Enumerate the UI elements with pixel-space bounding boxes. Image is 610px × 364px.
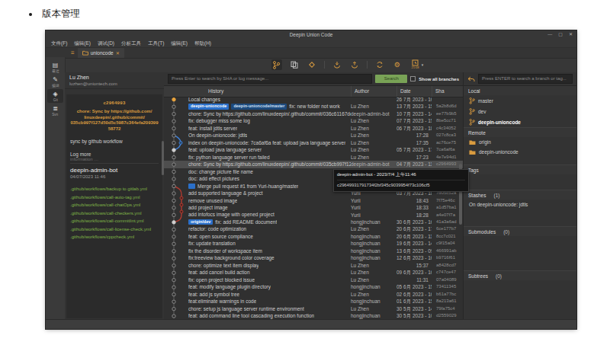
history-row[interactable]: Local changes 26 7月 2023 - 16:16 (164, 96, 463, 103)
changed-file[interactable]: .github/workflows/call-license-check.yml (70, 225, 159, 234)
pull-icon[interactable] (332, 59, 342, 70)
history-row[interactable]: fix the disorder of workspace item hongj… (164, 247, 463, 254)
section-local[interactable]: Local (464, 86, 576, 95)
history-row[interactable]: feat: add cancel build action Lu Zhen 09… (164, 269, 463, 276)
history-row[interactable]: chore: optimize text item display Lu Zhe… (164, 262, 463, 269)
close-icon[interactable]: ✕ (569, 30, 573, 39)
menu-item[interactable]: 工具(T) (148, 39, 164, 47)
search-button[interactable]: Search (375, 75, 407, 83)
commit-message: fix: open project blocked issue (188, 276, 255, 283)
history-row[interactable]: feat:eliminate warnings in code hongjinc… (164, 298, 463, 305)
tab-close-icon[interactable]: ✕ (116, 50, 120, 56)
history-row[interactable]: add intofocs image with opened project Y… (164, 212, 463, 219)
commit-message: Local changes (188, 96, 220, 103)
local-branch-master[interactable]: master (464, 95, 576, 106)
menu-item[interactable]: 编辑(E) (74, 39, 91, 47)
menu-item[interactable]: 调试(D) (98, 39, 114, 47)
changed-file[interactable]: .github/workflows/call-commitlint.yml (70, 217, 159, 225)
commit-date-cell: 18:43 (396, 197, 432, 204)
maximize-icon[interactable]: ▢ (558, 30, 563, 39)
history-row[interactable]: feat: add js symbol tree Lu Zhen 02 6月 2… (164, 291, 463, 298)
menu-item[interactable]: 文件(F) (51, 39, 67, 47)
stash-item[interactable]: On deepin-unioncode: jdtls (464, 200, 576, 209)
commit-sha-cell: 73411345 (432, 283, 463, 290)
minimize-icon[interactable]: — (547, 30, 552, 39)
menu-item[interactable]: 分析工具 (121, 39, 141, 47)
history-row[interactable]: feat: modify language plugin directory h… (164, 283, 463, 290)
history-row[interactable]: deepin-unioncodedeepin-unioncode/masterf… (164, 103, 463, 110)
history-row[interactable]: index on deepin-unioncode: 7ca6af6a feat… (164, 139, 463, 146)
history-row[interactable]: feat: open source compliance hongjinchua… (164, 233, 463, 240)
sidebar-item-编辑[interactable]: ✎ 编辑 (47, 75, 63, 88)
history-row[interactable]: fix: update translation hongjinchuan 19 … (164, 240, 463, 247)
remote-origin[interactable]: origin (464, 137, 576, 147)
branch-label: dev (478, 109, 486, 114)
changed-file[interactable]: .github/workflows/cppcheck.yml (70, 233, 159, 241)
history-row[interactable]: add project image Yurii 18:33 a1d57ba1 (164, 204, 463, 211)
sidebar-item-git[interactable]: ◈ Git (47, 89, 63, 103)
commit-sha-cell: 4e7e94d1 (432, 154, 463, 161)
history-row[interactable]: feat: upload java language server Lu Zhe… (164, 146, 463, 153)
changed-file[interactable]: .github/workflows/call-auto-tag.yml (70, 193, 159, 202)
column-date[interactable]: Date (396, 86, 432, 97)
history-row[interactable]: feat: install jdtls server Lu Zhen 06 7月… (164, 125, 463, 132)
show-all-branches-checkbox[interactable] (410, 76, 416, 81)
sidebar-item-svn[interactable]: ≣ Svn (47, 104, 63, 117)
log-more-sub: information … (70, 157, 159, 164)
copy-icon[interactable] (289, 59, 300, 70)
refresh-icon[interactable] (374, 59, 385, 70)
diamond-icon[interactable] (307, 59, 317, 70)
history-row[interactable]: fix: debugger miss some log Lu Zhen 07 7… (164, 117, 463, 124)
history-row[interactable]: remove unused image Yurii 18:43 7f75e46c (164, 197, 463, 204)
sha-search-input[interactable]: Press Enter to search by SHA or log mess… (168, 74, 372, 84)
title-bar[interactable]: Deepin Union Code — ▢ ✕ (46, 30, 576, 39)
branch-icon[interactable] (271, 59, 282, 70)
commit-date-cell: 11:31 (396, 276, 432, 283)
column-author[interactable]: Author (351, 86, 396, 97)
app-window: Deepin Union Code — ▢ ✕ 文件(F)编辑(E)调试(D)分… (46, 30, 576, 329)
remote-deepin-unioncode[interactable]: deepin-unioncode (464, 147, 576, 157)
branch-badge: deepin-unioncode/master (231, 104, 287, 110)
local-branch-deepin-unioncode[interactable]: deepin-unioncode (464, 117, 576, 127)
commit-message: doc: change picture file name (188, 168, 253, 175)
chevron-down-icon[interactable]: ▾ (422, 59, 424, 70)
history-row[interactable]: fix:treeview background color coverage h… (164, 254, 463, 261)
section-submodules[interactable]: Submodules(0) (464, 226, 576, 236)
branch-search-input[interactable]: Press ENTER to search a branch or tag... (478, 74, 573, 84)
history-row[interactable]: On deepin-unioncode: jdtls Lu Zhen 17:28… (164, 132, 463, 139)
column-sha[interactable]: Sha (432, 86, 463, 97)
section-stashes[interactable]: Stashes(1) (464, 190, 576, 200)
sidebar-item-最近[interactable]: ▤ 最近 (47, 60, 63, 74)
menu-item[interactable]: 帮助(H) (194, 39, 211, 47)
commit-sha-cell: b61a77bc (432, 291, 463, 298)
history-row[interactable]: origin/devfix: add README document hongj… (164, 219, 463, 225)
section-subtrees[interactable]: Subtrees(0) (464, 270, 576, 280)
reply-arrow-icon[interactable] (467, 76, 475, 82)
section-tags[interactable]: Tags (464, 164, 576, 174)
column-history[interactable]: History (185, 86, 351, 97)
history-row[interactable]: fix: python language server run failed L… (164, 154, 463, 161)
history-row[interactable]: fix: open project blocked issue Lu Zhen … (164, 276, 463, 283)
history-row[interactable]: chore: setup js language server runtime … (164, 305, 463, 312)
push-icon[interactable] (349, 59, 360, 70)
section-remote[interactable]: Remote (464, 127, 576, 137)
commit-date-cell: 09 6月 2023 - 16:28 (396, 269, 432, 276)
commit-message: fix: add README document (215, 219, 277, 225)
gear-icon[interactable]: ⚙ (392, 59, 403, 70)
history-row[interactable]: refactor: code optimization Lu Zhen 20 6… (164, 225, 463, 232)
changed-file[interactable]: .github/workflows/call-checkers.yml (70, 209, 159, 218)
commit-message: chore: Sync by https://github.com/linuxd… (188, 110, 351, 117)
commit-sha-cell: ac76ce75 (432, 139, 463, 146)
commit-sha-cell: 5a2b8d6d (432, 103, 463, 110)
history-range-control[interactable]: 21:08 ▾ (409, 59, 424, 70)
menu-item[interactable]: 编辑(E) (171, 39, 188, 47)
history-row[interactable]: chore: Sync by https://github.com/linuxd… (164, 161, 463, 168)
commit-author-cell: hongjinchuan (351, 233, 396, 240)
local-branch-dev[interactable]: dev (464, 106, 576, 117)
commit-date-cell: 13 7月 2023 - 15:14 (396, 103, 432, 110)
changed-file[interactable]: .github/workflows/backup to gitlab.yml (70, 185, 159, 193)
changed-file[interactable]: .github/workflows/call-chatOps.yml (70, 201, 159, 209)
bullet-label: 版本管理 (42, 8, 80, 21)
history-row[interactable]: chore: Sync by https://github.com/linuxd… (164, 110, 463, 117)
commit-message: fix: debugger miss some log (188, 117, 250, 124)
